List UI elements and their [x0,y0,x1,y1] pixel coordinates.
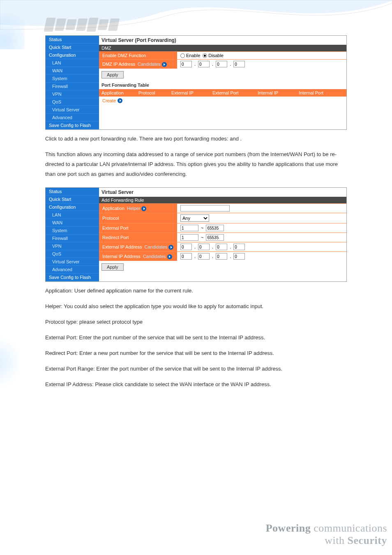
nav-virtualserver[interactable]: Virtual Server [46,258,99,266]
extip-4[interactable] [233,244,245,250]
apply-button-2[interactable]: Apply [101,263,124,271]
pane2-section: Add Forwarding Rule [99,197,346,203]
extip-2[interactable] [198,244,210,250]
col-protocol: Protocol [136,89,169,97]
redport-from[interactable] [180,234,198,241]
extport-from[interactable] [180,225,198,231]
nav-configuration[interactable]: Configuration [46,203,99,211]
nav-configuration[interactable]: Configuration [46,51,99,59]
pane-1: Virtual Server (Port Forwarding) DMZ Ena… [99,36,346,129]
nav-saveconfig[interactable]: Save Config to Flash [46,274,99,281]
redport-to[interactable] [206,234,224,241]
extport-to[interactable] [206,225,224,231]
pane2-title: Virtual Server [99,188,346,197]
nav-lan[interactable]: LAN [46,211,99,219]
application-input[interactable] [180,205,230,212]
add-rule-form: Application Helper Protocol Any External… [99,203,346,261]
apply-button-1[interactable]: Apply [101,71,124,78]
dmz-enable-text: Enable [186,53,200,58]
nav-advanced[interactable]: Advanced [46,114,99,122]
intip-4[interactable] [233,253,245,260]
dmz-disable-text: Disable [208,53,224,58]
proto-label: Protocol [99,214,177,222]
pane1-title: Virtual Server (Port Forwarding) [99,36,346,45]
router-panel-1: Status Quick Start Configuration LAN WAN… [45,35,347,130]
t: to add a new port forwarding rule. There… [58,136,230,142]
field-desc-extportrange: External Port Range: Enter the port numb… [45,364,347,374]
extport-label: External Port [99,224,177,232]
t: and [230,136,240,142]
nav-virtualserver[interactable]: Virtual Server [46,106,99,114]
t: Internal IP Address [102,254,141,259]
create-link[interactable]: Create [102,98,116,103]
pft-header: Port Forwarding Table [99,81,346,89]
nav-system[interactable]: System [46,227,99,235]
tilde: ~ [201,235,203,240]
brand-logo [45,16,152,33]
t: Application [102,206,125,211]
doc-text-1: Click to add a new port forwarding rule.… [45,134,347,179]
router-panel-2: Status Quick Start Configuration LAN WAN… [45,187,347,282]
dmz-ip-3[interactable] [216,61,227,67]
arrow-icon[interactable] [167,254,172,259]
extip-1[interactable] [180,244,192,250]
intip-label: Internal IP Address Candidates [99,253,177,260]
nav-qos[interactable]: QoS [46,98,99,106]
pane1-section: DMZ [99,45,346,51]
t: Click [45,136,58,142]
dmz-ip-4[interactable] [233,61,245,67]
nav-wan[interactable]: WAN [46,67,99,75]
nav-firewall[interactable]: Firewall [46,83,99,90]
pane-2: Virtual Server Add Forwarding Rule Appli… [99,188,346,281]
nav-qos[interactable]: QoS [46,250,99,258]
dmz-ip-1[interactable] [180,61,192,67]
doc-text-2: Application: User defined application na… [45,286,347,389]
nav-system[interactable]: System [46,75,99,83]
sidebar-2: Status Quick Start Configuration LAN WAN… [46,188,99,281]
protocol-select[interactable]: Any [180,214,209,222]
dmz-enable-label: Enable DMZ Function [99,52,177,59]
nav-lan[interactable]: LAN [46,59,99,67]
t: External IP Address [102,244,142,249]
nav-status[interactable]: Status [46,188,99,196]
arrow-icon[interactable] [141,206,146,211]
field-desc-protocol: Protocol type: please select protocol ty… [45,317,347,327]
nav-status[interactable]: Status [46,36,99,44]
intip-1[interactable] [180,253,192,260]
t: . [240,136,242,142]
arrow-icon[interactable] [162,62,167,67]
extip-3[interactable] [216,244,227,250]
dmz-ip-label: DMZ IP Address Candidates [99,60,177,68]
field-desc-extip: External IP Address: Please click candid… [45,380,347,389]
nav-firewall[interactable]: Firewall [46,235,99,242]
intip-2[interactable] [198,253,210,260]
col-application: Application [99,89,136,97]
sidebar-1: Status Quick Start Configuration LAN WAN… [46,36,99,129]
candidates-link[interactable]: Candidates [138,62,161,67]
dmz-enable-radio[interactable]: Enable [180,53,200,58]
doc-para-2: This function allows any incoming data a… [45,150,347,179]
nav-vpn[interactable]: VPN [46,90,99,98]
arrow-icon[interactable] [168,245,173,250]
nav-quickstart[interactable]: Quick Start [46,196,99,203]
intip-3[interactable] [216,253,227,260]
nav-vpn[interactable]: VPN [46,242,99,250]
helper-link[interactable]: Helper [127,206,140,211]
nav-wan[interactable]: WAN [46,219,99,227]
nav-quickstart[interactable]: Quick Start [46,44,99,51]
candidates-link[interactable]: Candidates [145,244,168,249]
arrow-icon[interactable] [118,98,122,103]
candidates-link[interactable]: Candidates [143,254,166,259]
nav-advanced[interactable]: Advanced [46,266,99,274]
redport-label: Redirect Port [99,234,177,241]
dmz-ip-2[interactable] [198,61,210,67]
tilde: ~ [201,226,203,230]
col-extip: External IP [169,89,210,97]
pft-columns: Application Protocol External IP Externa… [99,89,346,97]
dmz-disable-radio[interactable]: Disable [203,53,224,58]
nav-saveconfig[interactable]: Save Config to Flash [46,122,99,129]
col-intip: Internal IP [255,89,296,97]
dmz-ip-label-text: DMZ IP Address [102,62,135,67]
extip-label: External IP Address Candidates [99,243,177,251]
col-extport: External Port [210,89,255,97]
